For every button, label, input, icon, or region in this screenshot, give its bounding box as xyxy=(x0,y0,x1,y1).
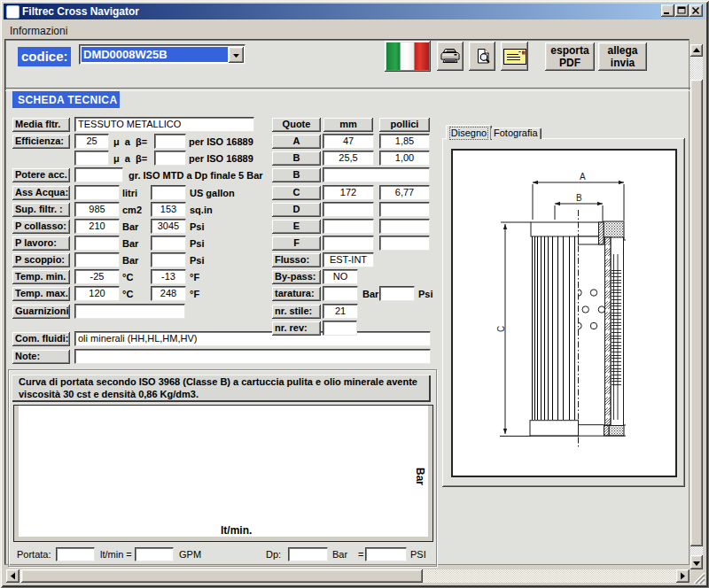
svg-text:A: A xyxy=(580,172,586,182)
svg-text:C: C xyxy=(496,326,506,332)
svg-text:B: B xyxy=(576,193,582,203)
